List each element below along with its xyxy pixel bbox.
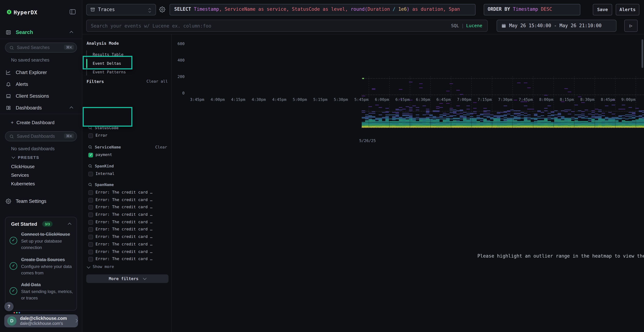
language-toggle[interactable]: SQL|Lucene bbox=[451, 23, 482, 28]
checkbox-unchecked[interactable] bbox=[88, 250, 93, 254]
avatar: D bbox=[7, 316, 16, 326]
filter-option-label: payment bbox=[96, 152, 112, 157]
tab-event-patterns[interactable]: Event Patterns bbox=[93, 70, 126, 74]
checkbox-unchecked[interactable] bbox=[88, 212, 93, 217]
search-icon bbox=[9, 134, 14, 139]
filters-heading: Filters bbox=[86, 79, 104, 84]
checkbox-unchecked[interactable] bbox=[88, 134, 93, 138]
checkbox-unchecked[interactable] bbox=[88, 198, 93, 202]
search-section-icon bbox=[6, 30, 11, 35]
preset-services[interactable]: Services bbox=[11, 172, 29, 178]
filter-option-row: Error: The credit card … bbox=[86, 204, 168, 212]
search-input[interactable] bbox=[91, 20, 442, 31]
alerts-button[interactable]: Alerts bbox=[616, 4, 639, 16]
date-range-picker[interactable]: May 26 15:40:00 - May 26 21:10:00 bbox=[496, 20, 616, 32]
user-menu[interactable]: D dale@clickhouse.com dale@clickhouse.co… bbox=[4, 314, 78, 327]
get-started-item[interactable]: Add Data Start sending logs, metrics, or… bbox=[10, 281, 73, 301]
checkbox-unchecked[interactable] bbox=[88, 235, 93, 239]
clear-all-link[interactable]: Clear all bbox=[146, 79, 168, 84]
get-started-title: Get Started bbox=[11, 222, 37, 227]
x-tick-label: 3:45pm bbox=[186, 97, 208, 102]
preset-clickhouse[interactable]: ClickHouse bbox=[11, 164, 35, 169]
duration-heatmap[interactable] bbox=[362, 76, 644, 129]
saved-dashboards-input[interactable]: ⌘K bbox=[5, 131, 77, 141]
search-bar[interactable]: SQL|Lucene bbox=[86, 20, 488, 32]
get-started-item[interactable]: Connect to ClickHouse Set up your databa… bbox=[10, 231, 73, 250]
filter-option-label: Error: The credit card … bbox=[96, 249, 152, 254]
checkbox-unchecked[interactable] bbox=[88, 257, 93, 262]
user-org: dale@clickhouse.com's bbox=[20, 321, 63, 326]
show-more-link[interactable]: Show more bbox=[87, 264, 114, 269]
code-token: , ServiceName as service, StatusCode as … bbox=[219, 6, 351, 12]
window-scrollbar-thumb[interactable] bbox=[642, 39, 643, 68]
chevron-up-icon[interactable] bbox=[70, 106, 73, 110]
save-button[interactable]: Save bbox=[593, 4, 612, 16]
filter-group-label: SpanKind bbox=[86, 162, 168, 170]
checkbox-unchecked[interactable] bbox=[88, 172, 93, 176]
annotation-box-event-deltas bbox=[83, 56, 132, 70]
get-started-item[interactable]: Create Data Sources Configure where your… bbox=[10, 256, 73, 276]
sidebar-item-team-settings[interactable]: Team Settings bbox=[16, 198, 46, 204]
orderby-editor[interactable]: ORDER BY Timestamp DESC bbox=[484, 4, 580, 16]
x-tick-label: 5:15pm bbox=[309, 97, 332, 102]
filter-option-label: Error: The credit card … bbox=[96, 242, 152, 246]
x-tick-label: 7:15pm bbox=[474, 97, 496, 102]
clear-filter-link[interactable]: Clear bbox=[155, 145, 167, 150]
x-tick-label: 4:30pm bbox=[248, 97, 270, 102]
x-tick-label: 6:00pm bbox=[371, 97, 393, 102]
source-select-value: Traces bbox=[98, 7, 115, 12]
checkbox-unchecked[interactable] bbox=[88, 227, 93, 232]
x-tick-label: 7:45pm bbox=[515, 97, 537, 102]
chevron-down-icon[interactable] bbox=[12, 155, 15, 159]
y-tick-label: 0 bbox=[168, 91, 184, 96]
sidebar-toggle-icon[interactable] bbox=[70, 9, 76, 15]
filter-option-row: Error: The credit card … bbox=[86, 226, 168, 234]
code-token: / bbox=[393, 6, 398, 12]
divider bbox=[0, 39, 82, 39]
preset-kubernetes[interactable]: Kubernetes bbox=[11, 181, 35, 186]
saved-searches-input[interactable]: ⌘K bbox=[5, 42, 77, 52]
plus-icon: + bbox=[11, 120, 14, 125]
checkbox-unchecked[interactable] bbox=[88, 220, 93, 225]
filter-group-name: SpanKind bbox=[95, 164, 114, 168]
saved-dashboards-field[interactable] bbox=[17, 132, 63, 140]
lang-lucene[interactable]: Lucene bbox=[466, 23, 482, 28]
client-sessions-icon bbox=[6, 94, 11, 99]
checkbox-checked[interactable] bbox=[88, 153, 93, 158]
app-window: HyperDX Search ⌘K No saved searches Char… bbox=[0, 0, 644, 332]
checkbox-unchecked[interactable] bbox=[88, 190, 93, 195]
sidebar-item-chart-explorer[interactable]: Chart Explorer bbox=[16, 70, 47, 75]
sidebar-item-dashboards[interactable]: Dashboards bbox=[16, 105, 42, 110]
filter-group-label: SpanName bbox=[86, 182, 168, 189]
x-tick-label: 4:45pm bbox=[268, 97, 290, 102]
shortcut-badge: ⌘K bbox=[64, 134, 74, 138]
filter-option-row: Internal bbox=[86, 170, 168, 178]
saved-searches-field[interactable] bbox=[17, 43, 63, 52]
filter-panel: Analysis Mode Results Table Event Deltas… bbox=[82, 34, 172, 332]
get-started-item-desc: Configure where your data comes from bbox=[21, 264, 72, 275]
help-button[interactable]: ? bbox=[4, 302, 14, 311]
checkbox-unchecked[interactable] bbox=[88, 242, 93, 247]
filter-option-row: Error: The credit card … bbox=[86, 241, 168, 248]
no-saved-searches-note: No saved searches bbox=[11, 58, 49, 62]
sql-editor[interactable]: SELECT Timestamp, ServiceName as service… bbox=[170, 4, 476, 16]
create-dashboard-button[interactable]: Create Dashboard bbox=[16, 120, 54, 125]
presets-header[interactable]: PRESETS bbox=[18, 155, 39, 160]
chevron-up-icon[interactable] bbox=[70, 31, 73, 34]
search-icon bbox=[88, 164, 92, 168]
more-filters-button[interactable]: More filters bbox=[86, 274, 168, 283]
sidebar-item-client-sessions[interactable]: Client Sessions bbox=[16, 94, 49, 99]
get-started-card: Get Started 3/3 Connect to ClickHouse Se… bbox=[5, 217, 77, 310]
brand-title: HyperDX bbox=[14, 9, 38, 16]
source-select[interactable]: Traces bbox=[86, 4, 156, 16]
lang-sql[interactable]: SQL bbox=[451, 23, 459, 28]
checkbox-unchecked[interactable] bbox=[88, 205, 93, 210]
x-tick-label: 8:30pm bbox=[576, 97, 598, 102]
chevron-up-icon[interactable] bbox=[68, 223, 72, 226]
source-settings-gear-icon[interactable] bbox=[159, 6, 165, 12]
run-query-button[interactable]: ▷ bbox=[624, 20, 638, 32]
sidebar-item-alerts[interactable]: Alerts bbox=[16, 82, 28, 87]
x-tick-label: 7:00pm bbox=[453, 97, 475, 102]
y-tick-label: 600 bbox=[168, 42, 184, 46]
sidebar-item-search[interactable]: Search bbox=[16, 29, 33, 35]
